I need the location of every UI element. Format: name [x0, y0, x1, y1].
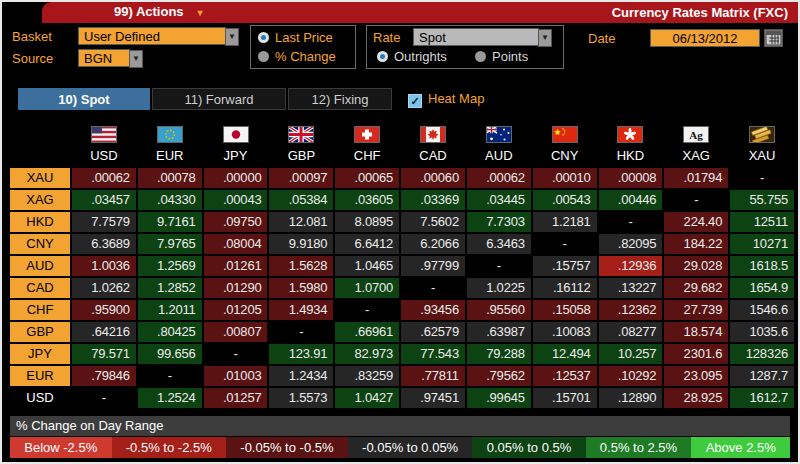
outrights-radio[interactable] [377, 51, 388, 62]
row-label-EUR[interactable]: EUR [10, 366, 70, 386]
rate-cell-HKD-HKD[interactable]: - [599, 212, 663, 232]
rate-cell-XAU-XAU[interactable]: - [730, 168, 794, 188]
rate-cell-GBP-EUR[interactable]: .80425 [138, 322, 202, 342]
rate-cell-AUD-CHF[interactable]: 1.0465 [335, 256, 399, 276]
rate-cell-EUR-XAU[interactable]: 1287.7 [730, 366, 794, 386]
rate-cell-GBP-CAD[interactable]: .62579 [401, 322, 465, 342]
rate-cell-XAG-JPY[interactable]: .00043 [204, 190, 268, 210]
rate-cell-XAG-XAU[interactable]: 55.755 [730, 190, 794, 210]
rate-cell-XAG-AUD[interactable]: .03445 [467, 190, 531, 210]
rate-cell-EUR-AUD[interactable]: .79562 [467, 366, 531, 386]
rate-cell-CNY-CHF[interactable]: 6.6412 [335, 234, 399, 254]
rate-cell-CAD-XAG[interactable]: 29.682 [664, 278, 728, 298]
rate-cell-CNY-AUD[interactable]: 6.3463 [467, 234, 531, 254]
row-label-JPY[interactable]: JPY [10, 344, 70, 364]
rate-cell-GBP-HKD[interactable]: .08277 [599, 322, 663, 342]
rate-cell-HKD-USD[interactable]: 7.7579 [72, 212, 136, 232]
rate-cell-XAU-AUD[interactable]: .00062 [467, 168, 531, 188]
rate-cell-GBP-CNY[interactable]: .10083 [533, 322, 597, 342]
rate-cell-CHF-GBP[interactable]: 1.4934 [269, 300, 333, 320]
rate-cell-CAD-USD[interactable]: 1.0262 [72, 278, 136, 298]
row-label-XAG[interactable]: XAG [10, 190, 70, 210]
rate-cell-XAG-EUR[interactable]: .04330 [138, 190, 202, 210]
column-header-CAD[interactable]: CAD [401, 146, 465, 166]
rate-cell-XAG-CAD[interactable]: .03369 [401, 190, 465, 210]
rate-cell-AUD-USD[interactable]: 1.0036 [72, 256, 136, 276]
rate-cell-GBP-CHF[interactable]: .66961 [335, 322, 399, 342]
rate-cell-AUD-AUD[interactable]: - [467, 256, 531, 276]
rate-cell-CAD-AUD[interactable]: 1.0225 [467, 278, 531, 298]
rate-cell-CHF-AUD[interactable]: .95560 [467, 300, 531, 320]
rate-cell-EUR-CAD[interactable]: .77811 [401, 366, 465, 386]
rate-cell-USD-XAG[interactable]: 28.925 [664, 388, 728, 408]
rate-cell-HKD-XAU[interactable]: 12511 [730, 212, 794, 232]
basket-dropdown-arrow-icon[interactable]: ▼ [225, 28, 239, 46]
last-price-radio[interactable] [258, 32, 269, 43]
rate-cell-AUD-XAG[interactable]: 29.028 [664, 256, 728, 276]
rate-cell-JPY-GBP[interactable]: 123.91 [269, 344, 333, 364]
rate-cell-AUD-HKD[interactable]: .12936 [599, 256, 663, 276]
rate-cell-USD-CAD[interactable]: .97451 [401, 388, 465, 408]
rate-cell-CHF-XAG[interactable]: 27.739 [664, 300, 728, 320]
row-label-HKD[interactable]: HKD [10, 212, 70, 232]
rate-cell-CAD-HKD[interactable]: .13227 [599, 278, 663, 298]
basket-select[interactable]: User Defined▼ [78, 27, 226, 45]
column-header-USD[interactable]: USD [72, 146, 136, 166]
rate-cell-JPY-XAU[interactable]: 128326 [730, 344, 794, 364]
column-header-EUR[interactable]: EUR [138, 146, 202, 166]
rate-cell-CHF-USD[interactable]: .95900 [72, 300, 136, 320]
rate-cell-XAU-JPY[interactable]: .00000 [204, 168, 268, 188]
rate-cell-GBP-XAU[interactable]: 1035.6 [730, 322, 794, 342]
rate-cell-XAU-HKD[interactable]: .00008 [599, 168, 663, 188]
rate-cell-XAG-CNY[interactable]: .00543 [533, 190, 597, 210]
rate-cell-XAG-HKD[interactable]: .00446 [599, 190, 663, 210]
row-label-AUD[interactable]: AUD [10, 256, 70, 276]
rate-cell-CHF-JPY[interactable]: .01205 [204, 300, 268, 320]
rate-cell-CHF-CAD[interactable]: .93456 [401, 300, 465, 320]
row-label-CNY[interactable]: CNY [10, 234, 70, 254]
rate-cell-XAU-CNY[interactable]: .00010 [533, 168, 597, 188]
rate-cell-XAG-GBP[interactable]: .05384 [269, 190, 333, 210]
rate-cell-XAG-XAG[interactable]: - [664, 190, 728, 210]
rate-cell-JPY-HKD[interactable]: 10.257 [599, 344, 663, 364]
rate-dropdown-arrow-icon[interactable]: ▼ [538, 29, 552, 47]
rate-cell-USD-AUD[interactable]: .99645 [467, 388, 531, 408]
rate-cell-CHF-XAU[interactable]: 1546.6 [730, 300, 794, 320]
rate-cell-HKD-EUR[interactable]: 9.7161 [138, 212, 202, 232]
rate-cell-USD-EUR[interactable]: 1.2524 [138, 388, 202, 408]
rate-cell-CNY-EUR[interactable]: 7.9765 [138, 234, 202, 254]
heat-map-checkbox[interactable]: ✓ [408, 94, 422, 108]
rate-cell-USD-JPY[interactable]: .01257 [204, 388, 268, 408]
column-header-CNY[interactable]: CNY [533, 146, 597, 166]
rate-cell-CHF-CHF[interactable]: - [335, 300, 399, 320]
rate-cell-GBP-JPY[interactable]: .00807 [204, 322, 268, 342]
rate-cell-HKD-CAD[interactable]: 7.5602 [401, 212, 465, 232]
rate-cell-XAU-CAD[interactable]: .00060 [401, 168, 465, 188]
rate-cell-JPY-AUD[interactable]: 79.288 [467, 344, 531, 364]
rate-cell-USD-XAU[interactable]: 1612.7 [730, 388, 794, 408]
rate-cell-CAD-GBP[interactable]: 1.5980 [269, 278, 333, 298]
rate-cell-AUD-XAU[interactable]: 1618.5 [730, 256, 794, 276]
rate-cell-HKD-CHF[interactable]: 8.0895 [335, 212, 399, 232]
rate-cell-CNY-CNY[interactable]: - [533, 234, 597, 254]
rate-cell-USD-HKD[interactable]: .12890 [599, 388, 663, 408]
rate-cell-JPY-EUR[interactable]: 99.656 [138, 344, 202, 364]
rate-cell-EUR-USD[interactable]: .79846 [72, 366, 136, 386]
rate-cell-XAU-GBP[interactable]: .00097 [269, 168, 333, 188]
rate-cell-HKD-JPY[interactable]: .09750 [204, 212, 268, 232]
rate-cell-HKD-CNY[interactable]: 1.2181 [533, 212, 597, 232]
rate-cell-XAU-CHF[interactable]: .00065 [335, 168, 399, 188]
rate-cell-XAU-USD[interactable]: .00062 [72, 168, 136, 188]
rate-cell-XAU-EUR[interactable]: .00078 [138, 168, 202, 188]
rate-cell-AUD-JPY[interactable]: .01261 [204, 256, 268, 276]
tab-forward[interactable]: 11) Forward [152, 88, 286, 110]
rate-cell-CNY-HKD[interactable]: .82095 [599, 234, 663, 254]
rate-cell-CNY-JPY[interactable]: .08004 [204, 234, 268, 254]
rate-cell-GBP-AUD[interactable]: .63987 [467, 322, 531, 342]
rate-cell-CAD-CAD[interactable]: - [401, 278, 465, 298]
rate-cell-GBP-USD[interactable]: .64216 [72, 322, 136, 342]
rate-cell-AUD-CNY[interactable]: .15757 [533, 256, 597, 276]
row-label-XAU[interactable]: XAU [10, 168, 70, 188]
row-label-CHF[interactable]: CHF [10, 300, 70, 320]
row-label-GBP[interactable]: GBP [10, 322, 70, 342]
